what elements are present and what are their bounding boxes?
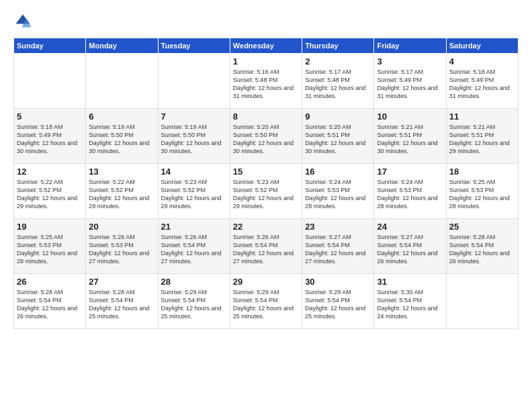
calendar-cell: 28Sunrise: 5:29 AM Sunset: 5:54 PM Dayli… bbox=[158, 274, 230, 329]
day-number: 13 bbox=[89, 167, 154, 177]
day-number: 25 bbox=[449, 222, 515, 232]
day-number: 22 bbox=[233, 222, 299, 232]
day-number: 11 bbox=[449, 111, 515, 122]
day-number: 3 bbox=[377, 56, 443, 66]
calendar-cell: 18Sunrise: 5:25 AM Sunset: 5:53 PM Dayli… bbox=[446, 164, 518, 219]
calendar-cell: 25Sunrise: 5:28 AM Sunset: 5:54 PM Dayli… bbox=[446, 219, 518, 274]
day-info: Sunrise: 5:25 AM Sunset: 5:53 PM Dayligh… bbox=[17, 233, 83, 266]
day-info: Sunrise: 5:24 AM Sunset: 5:53 PM Dayligh… bbox=[305, 178, 371, 211]
day-number: 18 bbox=[449, 167, 515, 177]
day-info: Sunrise: 5:21 AM Sunset: 5:51 PM Dayligh… bbox=[449, 123, 515, 156]
calendar-cell: 2Sunrise: 5:17 AM Sunset: 5:48 PM Daylig… bbox=[302, 54, 374, 109]
day-info: Sunrise: 5:18 AM Sunset: 5:49 PM Dayligh… bbox=[449, 68, 515, 101]
calendar-cell: 6Sunrise: 5:19 AM Sunset: 5:50 PM Daylig… bbox=[86, 109, 158, 164]
weekday-header: Saturday bbox=[446, 38, 518, 54]
day-number: 29 bbox=[233, 277, 299, 287]
calendar-cell: 24Sunrise: 5:27 AM Sunset: 5:54 PM Dayli… bbox=[374, 219, 446, 274]
calendar-cell: 26Sunrise: 5:28 AM Sunset: 5:54 PM Dayli… bbox=[14, 274, 86, 329]
day-number: 9 bbox=[305, 111, 371, 122]
day-info: Sunrise: 5:18 AM Sunset: 5:49 PM Dayligh… bbox=[17, 123, 83, 156]
day-info: Sunrise: 5:28 AM Sunset: 5:54 PM Dayligh… bbox=[17, 288, 83, 321]
calendar-cell: 12Sunrise: 5:22 AM Sunset: 5:52 PM Dayli… bbox=[14, 164, 86, 219]
day-number: 28 bbox=[161, 277, 227, 287]
calendar-cell bbox=[14, 54, 86, 109]
day-info: Sunrise: 5:20 AM Sunset: 5:50 PM Dayligh… bbox=[233, 123, 299, 156]
day-number: 31 bbox=[377, 277, 443, 287]
header bbox=[13, 12, 519, 31]
day-number: 8 bbox=[233, 111, 299, 122]
calendar-cell bbox=[446, 274, 518, 329]
calendar-week-row: 26Sunrise: 5:28 AM Sunset: 5:54 PM Dayli… bbox=[14, 274, 519, 329]
calendar-cell: 4Sunrise: 5:18 AM Sunset: 5:49 PM Daylig… bbox=[446, 54, 518, 109]
calendar-table: SundayMondayTuesdayWednesdayThursdayFrid… bbox=[13, 38, 519, 329]
calendar-cell: 20Sunrise: 5:26 AM Sunset: 5:53 PM Dayli… bbox=[86, 219, 158, 274]
day-number: 26 bbox=[17, 277, 83, 287]
day-info: Sunrise: 5:23 AM Sunset: 5:52 PM Dayligh… bbox=[161, 178, 227, 211]
calendar-cell: 9Sunrise: 5:20 AM Sunset: 5:51 PM Daylig… bbox=[302, 109, 374, 164]
calendar-week-row: 12Sunrise: 5:22 AM Sunset: 5:52 PM Dayli… bbox=[14, 164, 519, 219]
calendar-cell: 21Sunrise: 5:26 AM Sunset: 5:54 PM Dayli… bbox=[158, 219, 230, 274]
logo bbox=[13, 12, 35, 31]
logo-icon bbox=[13, 12, 32, 31]
day-number: 5 bbox=[17, 111, 83, 122]
day-info: Sunrise: 5:19 AM Sunset: 5:50 PM Dayligh… bbox=[161, 123, 227, 156]
day-info: Sunrise: 5:21 AM Sunset: 5:51 PM Dayligh… bbox=[377, 123, 443, 156]
day-info: Sunrise: 5:26 AM Sunset: 5:54 PM Dayligh… bbox=[161, 233, 227, 266]
calendar-cell: 15Sunrise: 5:23 AM Sunset: 5:52 PM Dayli… bbox=[230, 164, 302, 219]
day-info: Sunrise: 5:29 AM Sunset: 5:54 PM Dayligh… bbox=[161, 288, 227, 321]
day-info: Sunrise: 5:29 AM Sunset: 5:54 PM Dayligh… bbox=[233, 288, 299, 321]
day-number: 19 bbox=[17, 222, 83, 232]
day-number: 30 bbox=[305, 277, 371, 287]
weekday-header: Monday bbox=[86, 38, 158, 54]
day-number: 6 bbox=[89, 111, 154, 122]
day-info: Sunrise: 5:28 AM Sunset: 5:54 PM Dayligh… bbox=[89, 288, 154, 321]
calendar-cell: 30Sunrise: 5:29 AM Sunset: 5:54 PM Dayli… bbox=[302, 274, 374, 329]
calendar-cell: 19Sunrise: 5:25 AM Sunset: 5:53 PM Dayli… bbox=[14, 219, 86, 274]
day-number: 4 bbox=[449, 56, 515, 66]
day-info: Sunrise: 5:17 AM Sunset: 5:49 PM Dayligh… bbox=[377, 68, 443, 101]
calendar-cell: 29Sunrise: 5:29 AM Sunset: 5:54 PM Dayli… bbox=[230, 274, 302, 329]
calendar-cell bbox=[158, 54, 230, 109]
weekday-header: Wednesday bbox=[230, 38, 302, 54]
day-info: Sunrise: 5:22 AM Sunset: 5:52 PM Dayligh… bbox=[89, 178, 154, 211]
weekday-header: Sunday bbox=[14, 38, 86, 54]
calendar-cell: 14Sunrise: 5:23 AM Sunset: 5:52 PM Dayli… bbox=[158, 164, 230, 219]
day-info: Sunrise: 5:17 AM Sunset: 5:48 PM Dayligh… bbox=[305, 68, 371, 101]
day-info: Sunrise: 5:16 AM Sunset: 5:48 PM Dayligh… bbox=[233, 68, 299, 101]
calendar-cell: 27Sunrise: 5:28 AM Sunset: 5:54 PM Dayli… bbox=[86, 274, 158, 329]
day-number: 15 bbox=[233, 167, 299, 177]
day-number: 14 bbox=[161, 167, 227, 177]
calendar-cell: 10Sunrise: 5:21 AM Sunset: 5:51 PM Dayli… bbox=[374, 109, 446, 164]
day-info: Sunrise: 5:29 AM Sunset: 5:54 PM Dayligh… bbox=[305, 288, 371, 321]
day-number: 2 bbox=[305, 56, 371, 66]
day-number: 24 bbox=[377, 222, 443, 232]
day-info: Sunrise: 5:22 AM Sunset: 5:52 PM Dayligh… bbox=[17, 178, 83, 211]
day-number: 20 bbox=[89, 222, 154, 232]
day-number: 10 bbox=[377, 111, 443, 122]
day-info: Sunrise: 5:19 AM Sunset: 5:50 PM Dayligh… bbox=[89, 123, 154, 156]
calendar-week-row: 1Sunrise: 5:16 AM Sunset: 5:48 PM Daylig… bbox=[14, 54, 519, 109]
day-info: Sunrise: 5:27 AM Sunset: 5:54 PM Dayligh… bbox=[305, 233, 371, 266]
page: SundayMondayTuesdayWednesdayThursdayFrid… bbox=[0, 0, 532, 411]
day-number: 21 bbox=[161, 222, 227, 232]
day-number: 16 bbox=[305, 167, 371, 177]
day-info: Sunrise: 5:27 AM Sunset: 5:54 PM Dayligh… bbox=[377, 233, 443, 266]
day-number: 12 bbox=[17, 167, 83, 177]
calendar-cell: 5Sunrise: 5:18 AM Sunset: 5:49 PM Daylig… bbox=[14, 109, 86, 164]
day-info: Sunrise: 5:20 AM Sunset: 5:51 PM Dayligh… bbox=[305, 123, 371, 156]
weekday-header: Tuesday bbox=[158, 38, 230, 54]
calendar-cell: 13Sunrise: 5:22 AM Sunset: 5:52 PM Dayli… bbox=[86, 164, 158, 219]
day-info: Sunrise: 5:26 AM Sunset: 5:54 PM Dayligh… bbox=[233, 233, 299, 266]
day-info: Sunrise: 5:25 AM Sunset: 5:53 PM Dayligh… bbox=[449, 178, 515, 211]
day-number: 1 bbox=[233, 56, 299, 66]
day-info: Sunrise: 5:28 AM Sunset: 5:54 PM Dayligh… bbox=[449, 233, 515, 266]
calendar-week-row: 19Sunrise: 5:25 AM Sunset: 5:53 PM Dayli… bbox=[14, 219, 519, 274]
calendar-cell: 1Sunrise: 5:16 AM Sunset: 5:48 PM Daylig… bbox=[230, 54, 302, 109]
calendar-cell: 16Sunrise: 5:24 AM Sunset: 5:53 PM Dayli… bbox=[302, 164, 374, 219]
calendar-cell: 7Sunrise: 5:19 AM Sunset: 5:50 PM Daylig… bbox=[158, 109, 230, 164]
day-number: 7 bbox=[161, 111, 227, 122]
day-info: Sunrise: 5:26 AM Sunset: 5:53 PM Dayligh… bbox=[89, 233, 154, 266]
day-number: 17 bbox=[377, 167, 443, 177]
day-info: Sunrise: 5:30 AM Sunset: 5:54 PM Dayligh… bbox=[377, 288, 443, 321]
day-number: 27 bbox=[89, 277, 154, 287]
